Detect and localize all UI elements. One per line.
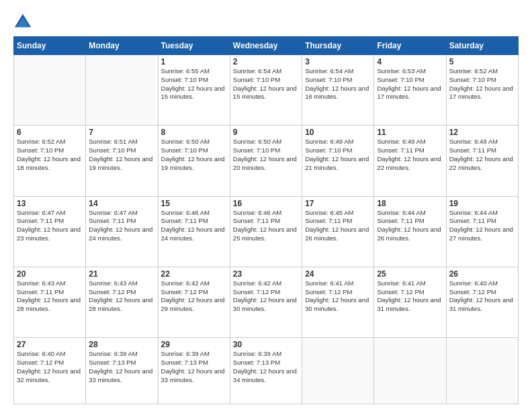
- calendar-cell: 30Sunrise: 6:39 AM Sunset: 7:13 PM Dayli…: [230, 338, 302, 404]
- header: [13, 12, 519, 31]
- day-number: 19: [449, 199, 515, 208]
- day-number: 14: [89, 199, 154, 208]
- day-number: 29: [161, 340, 227, 349]
- week-row-1: 1Sunrise: 6:55 AM Sunset: 7:10 PM Daylig…: [14, 55, 519, 126]
- week-row-3: 13Sunrise: 6:47 AM Sunset: 7:11 PM Dayli…: [14, 196, 519, 267]
- day-info: Sunrise: 6:41 AM Sunset: 7:12 PM Dayligh…: [305, 279, 371, 314]
- day-info: Sunrise: 6:52 AM Sunset: 7:10 PM Dayligh…: [17, 138, 83, 172]
- day-number: 18: [377, 199, 443, 208]
- day-number: 27: [17, 340, 83, 349]
- calendar-cell: 21Sunrise: 6:43 AM Sunset: 7:12 PM Dayli…: [86, 267, 158, 337]
- calendar-cell: 6Sunrise: 6:52 AM Sunset: 7:10 PM Daylig…: [14, 126, 86, 196]
- day-number: 25: [377, 269, 443, 279]
- weekday-tuesday: Tuesday: [158, 37, 230, 55]
- day-number: 22: [161, 269, 227, 279]
- weekday-header-row: SundayMondayTuesdayWednesdayThursdayFrid…: [14, 37, 519, 55]
- day-info: Sunrise: 6:54 AM Sunset: 7:10 PM Dayligh…: [233, 67, 299, 101]
- day-info: Sunrise: 6:40 AM Sunset: 7:12 PM Dayligh…: [17, 350, 83, 384]
- day-number: 2: [233, 57, 299, 66]
- calendar-cell: 17Sunrise: 6:45 AM Sunset: 7:11 PM Dayli…: [302, 196, 374, 267]
- day-number: 23: [233, 269, 299, 279]
- weekday-saturday: Saturday: [446, 37, 518, 55]
- day-number: 5: [449, 57, 515, 66]
- day-info: Sunrise: 6:46 AM Sunset: 7:11 PM Dayligh…: [161, 209, 227, 243]
- day-info: Sunrise: 6:47 AM Sunset: 7:11 PM Dayligh…: [17, 209, 83, 243]
- day-info: Sunrise: 6:44 AM Sunset: 7:11 PM Dayligh…: [377, 209, 443, 243]
- calendar-cell: 3Sunrise: 6:54 AM Sunset: 7:10 PM Daylig…: [302, 55, 374, 126]
- calendar-cell: [446, 338, 518, 404]
- day-info: Sunrise: 6:40 AM Sunset: 7:12 PM Dayligh…: [449, 279, 515, 314]
- day-info: Sunrise: 6:39 AM Sunset: 7:13 PM Dayligh…: [89, 350, 154, 384]
- calendar-cell: 24Sunrise: 6:41 AM Sunset: 7:12 PM Dayli…: [302, 267, 374, 337]
- day-info: Sunrise: 6:39 AM Sunset: 7:13 PM Dayligh…: [161, 350, 227, 384]
- day-info: Sunrise: 6:50 AM Sunset: 7:10 PM Dayligh…: [233, 138, 299, 172]
- day-number: 10: [305, 128, 371, 137]
- calendar-cell: 9Sunrise: 6:50 AM Sunset: 7:10 PM Daylig…: [230, 126, 302, 196]
- calendar-cell: 26Sunrise: 6:40 AM Sunset: 7:12 PM Dayli…: [446, 267, 518, 337]
- day-info: Sunrise: 6:47 AM Sunset: 7:11 PM Dayligh…: [89, 209, 154, 243]
- calendar-cell: 16Sunrise: 6:46 AM Sunset: 7:11 PM Dayli…: [230, 196, 302, 267]
- calendar-cell: 14Sunrise: 6:47 AM Sunset: 7:11 PM Dayli…: [86, 196, 158, 267]
- weekday-sunday: Sunday: [14, 37, 86, 55]
- calendar-cell: [374, 338, 446, 404]
- day-number: 9: [233, 128, 299, 137]
- logo-icon: [13, 12, 32, 31]
- calendar-cell: 18Sunrise: 6:44 AM Sunset: 7:11 PM Dayli…: [374, 196, 446, 267]
- day-number: 17: [305, 199, 371, 208]
- day-info: Sunrise: 6:45 AM Sunset: 7:11 PM Dayligh…: [305, 209, 371, 243]
- day-number: 11: [377, 128, 443, 137]
- calendar-cell: 29Sunrise: 6:39 AM Sunset: 7:13 PM Dayli…: [158, 338, 230, 404]
- calendar-cell: 4Sunrise: 6:53 AM Sunset: 7:10 PM Daylig…: [374, 55, 446, 126]
- day-info: Sunrise: 6:42 AM Sunset: 7:12 PM Dayligh…: [233, 279, 299, 314]
- calendar-cell: 7Sunrise: 6:51 AM Sunset: 7:10 PM Daylig…: [86, 126, 158, 196]
- calendar-cell: 5Sunrise: 6:52 AM Sunset: 7:10 PM Daylig…: [446, 55, 518, 126]
- weekday-friday: Friday: [374, 37, 446, 55]
- calendar-cell: 22Sunrise: 6:42 AM Sunset: 7:12 PM Dayli…: [158, 267, 230, 337]
- weekday-wednesday: Wednesday: [230, 37, 302, 55]
- calendar-cell: [14, 55, 86, 126]
- calendar-cell: 10Sunrise: 6:49 AM Sunset: 7:10 PM Dayli…: [302, 126, 374, 196]
- day-info: Sunrise: 6:52 AM Sunset: 7:10 PM Dayligh…: [449, 67, 515, 101]
- day-number: 21: [89, 269, 154, 279]
- day-info: Sunrise: 6:42 AM Sunset: 7:12 PM Dayligh…: [161, 279, 227, 314]
- day-info: Sunrise: 6:48 AM Sunset: 7:11 PM Dayligh…: [449, 138, 515, 172]
- calendar-cell: 11Sunrise: 6:49 AM Sunset: 7:11 PM Dayli…: [374, 126, 446, 196]
- logo: [13, 12, 35, 31]
- calendar-table: SundayMondayTuesdayWednesdayThursdayFrid…: [13, 36, 519, 404]
- day-number: 7: [89, 128, 154, 137]
- day-number: 3: [305, 57, 371, 66]
- weekday-thursday: Thursday: [302, 37, 374, 55]
- day-info: Sunrise: 6:43 AM Sunset: 7:12 PM Dayligh…: [89, 279, 154, 314]
- day-number: 30: [233, 340, 299, 349]
- day-info: Sunrise: 6:50 AM Sunset: 7:10 PM Dayligh…: [161, 138, 227, 172]
- week-row-5: 27Sunrise: 6:40 AM Sunset: 7:12 PM Dayli…: [14, 338, 519, 404]
- day-info: Sunrise: 6:54 AM Sunset: 7:10 PM Dayligh…: [305, 67, 371, 101]
- day-number: 6: [17, 128, 83, 137]
- calendar-cell: [302, 338, 374, 404]
- calendar-cell: 12Sunrise: 6:48 AM Sunset: 7:11 PM Dayli…: [446, 126, 518, 196]
- day-number: 24: [305, 269, 371, 279]
- calendar-cell: 19Sunrise: 6:44 AM Sunset: 7:11 PM Dayli…: [446, 196, 518, 267]
- day-info: Sunrise: 6:49 AM Sunset: 7:10 PM Dayligh…: [305, 138, 371, 172]
- day-number: 28: [89, 340, 154, 349]
- page: SundayMondayTuesdayWednesdayThursdayFrid…: [0, 0, 532, 411]
- day-info: Sunrise: 6:46 AM Sunset: 7:11 PM Dayligh…: [233, 209, 299, 243]
- calendar-cell: [86, 55, 158, 126]
- day-number: 26: [449, 269, 515, 279]
- day-number: 4: [377, 57, 443, 66]
- calendar-cell: 20Sunrise: 6:43 AM Sunset: 7:11 PM Dayli…: [14, 267, 86, 337]
- day-info: Sunrise: 6:41 AM Sunset: 7:12 PM Dayligh…: [377, 279, 443, 314]
- calendar-cell: 25Sunrise: 6:41 AM Sunset: 7:12 PM Dayli…: [374, 267, 446, 337]
- calendar-cell: 8Sunrise: 6:50 AM Sunset: 7:10 PM Daylig…: [158, 126, 230, 196]
- day-info: Sunrise: 6:55 AM Sunset: 7:10 PM Dayligh…: [161, 67, 227, 101]
- day-info: Sunrise: 6:53 AM Sunset: 7:10 PM Dayligh…: [377, 67, 443, 101]
- day-number: 1: [161, 57, 227, 66]
- week-row-2: 6Sunrise: 6:52 AM Sunset: 7:10 PM Daylig…: [14, 126, 519, 196]
- day-number: 8: [161, 128, 227, 137]
- calendar-cell: 13Sunrise: 6:47 AM Sunset: 7:11 PM Dayli…: [14, 196, 86, 267]
- day-number: 16: [233, 199, 299, 208]
- calendar-cell: 27Sunrise: 6:40 AM Sunset: 7:12 PM Dayli…: [14, 338, 86, 404]
- day-info: Sunrise: 6:44 AM Sunset: 7:11 PM Dayligh…: [449, 209, 515, 243]
- day-number: 13: [17, 199, 83, 208]
- calendar-cell: 28Sunrise: 6:39 AM Sunset: 7:13 PM Dayli…: [86, 338, 158, 404]
